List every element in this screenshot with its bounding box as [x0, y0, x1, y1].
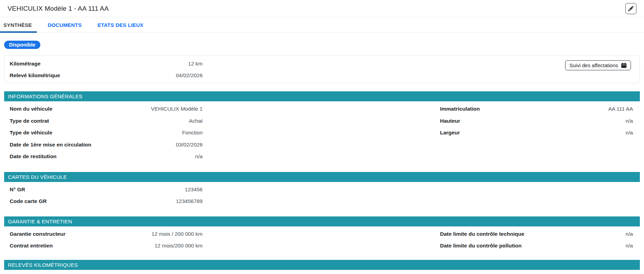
hauteur-row: Hauteur n/a [440, 115, 633, 127]
date-limite-controle-technique-label: Date limite du contrôle technique [440, 231, 524, 237]
date-de-restitution-label: Date de restitution [10, 153, 57, 160]
kilometrage-value: 12 km [188, 61, 203, 67]
releve-kilometrique-value: 04/02/2026 [176, 72, 203, 79]
contrat-entretien-value: 12 mois/200 000 km [154, 243, 203, 249]
informations-generales-left-column: Nom du véhicule VEHICULIX Modèle 1 Type … [10, 103, 203, 163]
informations-generales-body: Nom du véhicule VEHICULIX Modèle 1 Type … [4, 101, 640, 163]
garantie-entretien-body: Garantie constructeur 12 mois / 200 000 … [4, 226, 640, 252]
tab-etats-des-lieux[interactable]: ETATS DES LIEUX [92, 17, 149, 32]
immatriculation-value: AA 111 AA [608, 106, 633, 112]
date-limite-controle-pollution-value: n/a [625, 243, 633, 249]
date-limite-controle-pollution-row: Date limite du contrôle pollution n/a [440, 240, 633, 252]
section-garantie-entretien: GARANTIE & ENTRETIEN Garantie constructe… [4, 216, 640, 252]
type-de-contrat-value: Achat [189, 118, 203, 124]
cartes-du-vehicule-left-column: N° GR 123456 Code carte GR 123456789 [10, 184, 203, 207]
largeur-value: n/a [625, 130, 633, 136]
numero-gr-label: N° GR [10, 186, 25, 193]
contrat-entretien-label: Contrat entretien [10, 243, 53, 249]
kilometrage-row: Kilométrage 12 km [10, 58, 203, 70]
page-title: VEHICULIX Modèle 1 - AA 111 AA [8, 5, 109, 12]
pencil-icon [628, 6, 634, 11]
nom-du-vehicule-label: Nom du véhicule [10, 106, 52, 112]
edit-button[interactable] [625, 3, 636, 14]
largeur-row: Largeur n/a [440, 127, 633, 139]
largeur-label: Largeur [440, 130, 460, 136]
code-carte-gr-value: 123456789 [176, 198, 203, 204]
vehicle-detail-page: VEHICULIX Modèle 1 - AA 111 AA SYNTHÈSE … [0, 0, 644, 274]
status-badge: Disponible [4, 41, 40, 49]
tab-documents[interactable]: DOCUMENTS [42, 17, 86, 32]
cartes-du-vehicule-body: N° GR 123456 Code carte GR 123456789 [4, 182, 640, 207]
nom-du-vehicule-row: Nom du véhicule VEHICULIX Modèle 1 [10, 103, 203, 115]
date-de-restitution-value: n/a [195, 153, 203, 160]
suivi-des-affectations-label: Suivi des affectations [570, 62, 618, 68]
synthese-panel: Disponible Kilométrage 12 km Relevé kilo… [0, 33, 644, 270]
numero-gr-value: 123456 [185, 186, 203, 193]
date-limite-controle-pollution-label: Date limite du contrôle pollution [440, 243, 522, 249]
kilometrage-label: Kilométrage [10, 61, 41, 67]
garantie-entretien-left-column: Garantie constructeur 12 mois / 200 000 … [10, 228, 203, 252]
contrat-entretien-row: Contrat entretien 12 mois/200 000 km [10, 240, 203, 252]
nom-du-vehicule-value: VEHICULIX Modèle 1 [151, 106, 203, 112]
garantie-entretien-right-column: Date limite du contrôle technique n/a Da… [440, 228, 633, 252]
date-de-restitution-row: Date de restitution n/a [10, 151, 203, 163]
hauteur-value: n/a [625, 118, 633, 124]
type-de-contrat-label: Type de contrat [10, 118, 49, 124]
mileage-card: Kilométrage 12 km Relevé kilométrique 04… [4, 55, 640, 83]
code-carte-gr-row: Code carte GR 123456789 [10, 195, 203, 207]
releve-kilometrique-row: Relevé kilométrique 04/02/2026 [10, 70, 203, 81]
immatriculation-row: Immatriculation AA 111 AA [440, 103, 633, 115]
date-premiere-mise-en-circulation-row: Date de 1ère mise en circulation 03/02/2… [10, 139, 203, 151]
section-header-informations-generales: INFORMATIONS GÉNÉRALES [4, 91, 640, 101]
type-de-vehicule-row: Type de véhicule Fonction [10, 127, 203, 139]
section-header-releves-kilometriques: RELEVÉS KILOMÉTRIQUES [4, 260, 640, 270]
section-header-garantie-entretien: GARANTIE & ENTRETIEN [4, 216, 640, 226]
date-premiere-mise-en-circulation-label: Date de 1ère mise en circulation [10, 142, 91, 148]
section-releves-kilometriques: RELEVÉS KILOMÉTRIQUES [4, 260, 640, 270]
calendar-icon [621, 63, 626, 68]
date-limite-controle-technique-value: n/a [625, 231, 633, 237]
garantie-constructeur-row: Garantie constructeur 12 mois / 200 000 … [10, 228, 203, 240]
page-header: VEHICULIX Modèle 1 - AA 111 AA [0, 0, 644, 17]
tab-bar: SYNTHÈSE DOCUMENTS ETATS DES LIEUX [0, 17, 644, 33]
cartes-du-vehicule-right-column [440, 184, 633, 207]
date-premiere-mise-en-circulation-value: 03/02/2026 [176, 142, 203, 148]
tab-synthese[interactable]: SYNTHÈSE [0, 17, 37, 32]
informations-generales-right-column: Immatriculation AA 111 AA Hauteur n/a La… [440, 103, 633, 163]
hauteur-label: Hauteur [440, 118, 460, 124]
type-de-vehicule-value: Fonction [182, 130, 203, 136]
section-cartes-du-vehicule: CARTES DU VÉHICULE N° GR 123456 Code car… [4, 172, 640, 207]
suivi-des-affectations-button[interactable]: Suivi des affectations [565, 60, 631, 70]
section-header-cartes-du-vehicule: CARTES DU VÉHICULE [4, 172, 640, 182]
numero-gr-row: N° GR 123456 [10, 184, 203, 196]
type-de-vehicule-label: Type de véhicule [10, 130, 52, 136]
section-informations-generales: INFORMATIONS GÉNÉRALES Nom du véhicule V… [4, 91, 640, 163]
immatriculation-label: Immatriculation [440, 106, 480, 112]
date-limite-controle-technique-row: Date limite du contrôle technique n/a [440, 228, 633, 240]
code-carte-gr-label: Code carte GR [10, 198, 47, 204]
type-de-contrat-row: Type de contrat Achat [10, 115, 203, 127]
garantie-constructeur-label: Garantie constructeur [10, 231, 65, 237]
releve-kilometrique-label: Relevé kilométrique [10, 72, 60, 79]
mileage-card-rows: Kilométrage 12 km Relevé kilométrique 04… [10, 58, 203, 81]
garantie-constructeur-value: 12 mois / 200 000 km [152, 231, 203, 237]
